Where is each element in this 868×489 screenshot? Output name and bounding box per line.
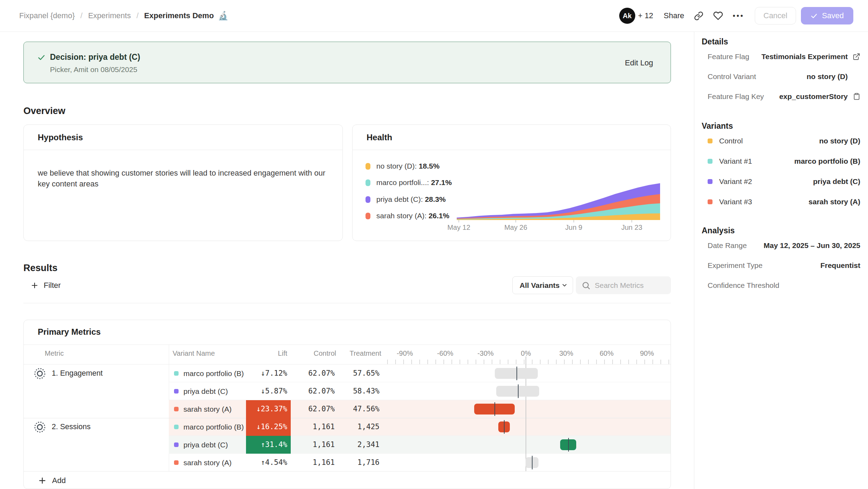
cancel-button[interactable]: Cancel xyxy=(755,7,796,24)
legend-label: marco portfoli...: 27.1% xyxy=(376,178,452,187)
lift-marker xyxy=(504,420,505,434)
collaborators-count[interactable]: + 12 xyxy=(638,11,653,20)
treatment-value: 1,716 xyxy=(338,454,379,472)
copy-link-icon[interactable] xyxy=(694,11,703,21)
table-row[interactable]: marco portfolio (B)↓7.12%62.07%57.65% xyxy=(24,364,671,382)
field-value: May 12, 2025 – Jun 30, 2025 xyxy=(764,241,860,250)
hypothesis-title: Hypothesis xyxy=(38,133,83,142)
share-button[interactable]: Share xyxy=(664,11,684,20)
control-value: 1,161 xyxy=(296,454,335,472)
table-row[interactable]: marco portfolio (B)↓16.25%1,1611,425 xyxy=(24,418,671,436)
field-value: priya debt (C) xyxy=(813,177,860,186)
lift-value: ↓23.37% xyxy=(246,400,291,418)
table-row[interactable]: sarah story (A)↑4.54%1,1611,716 xyxy=(24,454,671,472)
variants-heading: Variants xyxy=(702,121,860,131)
field-label: Confidence Threshold xyxy=(702,281,779,290)
results-divider xyxy=(23,303,671,303)
results-heading: Results xyxy=(23,263,58,274)
variant-color-dot xyxy=(174,371,179,376)
variant-row: Variant #2priya debt (C) xyxy=(702,171,860,192)
filter-button[interactable]: Filter xyxy=(30,276,61,294)
variant-color-dot xyxy=(174,442,179,447)
health-legend-item[interactable]: marco portfoli...: 27.1% xyxy=(366,178,452,187)
legend-swatch xyxy=(366,163,370,170)
goal-metric-icon xyxy=(34,421,46,433)
row-highlight xyxy=(169,400,671,418)
goal-metric-icon xyxy=(34,368,46,380)
variant-key: Variant #3 xyxy=(702,198,752,206)
avatar[interactable]: Ak xyxy=(619,8,635,24)
table-row[interactable]: priya debt (C)↑31.4%1,1612,341 xyxy=(24,436,671,454)
column-header-control: Control xyxy=(300,349,336,357)
more-options-button[interactable]: ••• xyxy=(733,12,744,20)
field-value-wrap: marco portfolio (B) xyxy=(794,157,860,165)
variant-label: Variant #2 xyxy=(719,177,752,186)
field-label: Control Variant xyxy=(702,72,756,81)
variant-label: Variant #3 xyxy=(719,198,752,206)
field-label: Date Range xyxy=(702,241,747,250)
field-value: Frequentist xyxy=(820,261,860,270)
variant-label: Variant #1 xyxy=(719,157,752,165)
column-header-lift: Lift xyxy=(252,349,287,357)
add-metric-button[interactable]: Add xyxy=(24,471,671,489)
breadcrumb-item-3: Experiments Demo xyxy=(144,11,214,20)
table-row[interactable]: priya debt (C)↓5.87%62.07%58.43% xyxy=(24,382,671,400)
icon-slot xyxy=(853,73,860,80)
control-value: 1,161 xyxy=(296,418,335,436)
field-value: no story (D) xyxy=(806,72,848,81)
favorite-heart-icon[interactable] xyxy=(713,11,723,21)
treatment-value: 1,425 xyxy=(338,418,379,436)
legend-label: priya debt (C): 28.3% xyxy=(376,195,446,204)
lift-marker xyxy=(568,438,569,452)
control-value: 62.07% xyxy=(296,382,335,400)
variant-color-dot xyxy=(708,179,713,184)
lift-value: ↓7.12% xyxy=(246,364,291,382)
analysis-row: Date RangeMay 12, 2025 – Jun 30, 2025 xyxy=(702,235,860,255)
health-stacked-area-chart xyxy=(454,176,665,223)
edit-log-button[interactable]: Edit Log xyxy=(625,58,653,68)
search-metrics-box xyxy=(576,276,671,294)
all-variants-dropdown[interactable]: All Variants xyxy=(512,276,573,294)
health-title: Health xyxy=(367,133,392,142)
external-link-icon[interactable] xyxy=(853,53,860,61)
legend-label: sarah story (A): 26.1% xyxy=(376,212,449,220)
x-axis-label: Jun 9 xyxy=(565,224,583,232)
analysis-row: Experiment TypeFrequentist xyxy=(702,255,860,275)
health-legend-item[interactable]: priya debt (C): 28.3% xyxy=(366,195,446,204)
clipboard-icon[interactable] xyxy=(853,93,860,100)
variant-color-dot xyxy=(174,389,179,394)
table-row[interactable]: sarah story (A)↓23.37%62.07%47.56% xyxy=(24,400,671,418)
axis-tick-label: 60% xyxy=(600,349,614,357)
decision-title: Decision: priya debt (C) xyxy=(50,52,140,62)
lift-marker xyxy=(518,384,519,398)
chevron-down-icon xyxy=(561,282,568,289)
field-label: Experiment Type xyxy=(702,261,762,270)
breadcrumb-item-2[interactable]: Experiments xyxy=(88,11,131,20)
lift-value: ↓16.25% xyxy=(246,418,291,436)
variants-section: VariantsControlno story (D)Variant #1mar… xyxy=(702,121,860,212)
field-value-wrap: sarah story (A) xyxy=(809,198,860,206)
health-legend-item[interactable]: no story (D): 18.5% xyxy=(366,162,440,170)
variant-color-dot xyxy=(174,460,179,465)
field-value: sarah story (A) xyxy=(809,198,860,206)
health-legend-item[interactable]: sarah story (A): 26.1% xyxy=(366,212,449,220)
search-metrics-input[interactable] xyxy=(594,281,664,290)
legend-label: no story (D): 18.5% xyxy=(376,162,440,170)
field-value-wrap: May 12, 2025 – Jun 30, 2025 xyxy=(764,241,860,250)
axis-tick-label: 90% xyxy=(640,349,654,357)
field-value: no story (D) xyxy=(819,137,860,145)
microscope-emoji: 🔬 xyxy=(218,11,229,21)
analysis-heading: Analysis xyxy=(702,226,860,235)
ci-axis-ruler xyxy=(387,360,671,364)
saved-button[interactable]: Saved xyxy=(801,7,853,24)
legend-swatch xyxy=(366,213,370,219)
check-icon xyxy=(37,53,46,63)
field-value-wrap: no story (D) xyxy=(819,137,860,145)
variant-key: Variant #1 xyxy=(702,157,752,165)
breadcrumb-item-1[interactable]: Fixpanel {demo} xyxy=(19,11,75,20)
health-card-header: Health xyxy=(353,125,671,150)
treatment-value: 2,341 xyxy=(338,436,379,454)
breadcrumb: Fixpanel {demo}/Experiments/Experiments … xyxy=(19,0,229,31)
variant-color-dot xyxy=(174,407,179,411)
field-value-wrap: no story (D) xyxy=(806,72,860,81)
